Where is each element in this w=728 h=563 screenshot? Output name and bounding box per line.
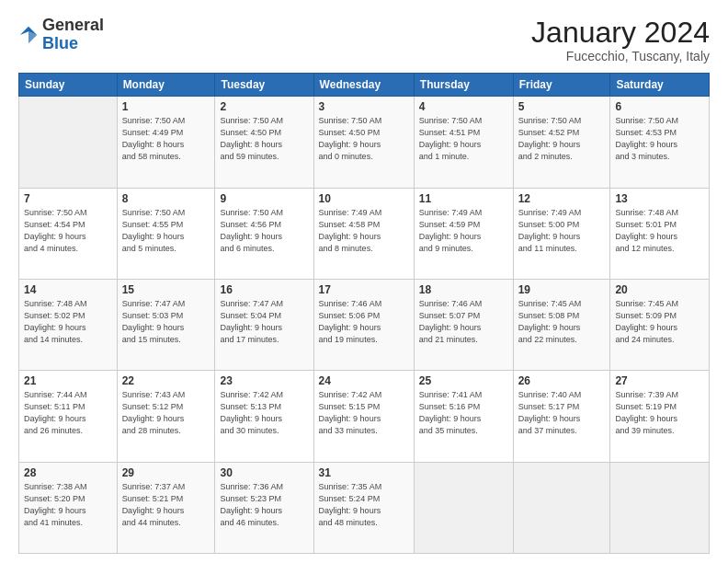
logo-icon	[18, 25, 39, 45]
day-info: Sunrise: 7:47 AMSunset: 5:04 PMDaylight:…	[220, 298, 308, 346]
day-info: Sunrise: 7:39 AMSunset: 5:19 PMDaylight:…	[615, 389, 704, 437]
logo-text: General Blue	[42, 17, 104, 53]
day-header-tuesday: Tuesday	[215, 74, 313, 97]
day-number: 26	[518, 374, 606, 387]
day-number: 11	[419, 192, 508, 205]
calendar-cell: 20Sunrise: 7:45 AMSunset: 5:09 PMDayligh…	[610, 279, 710, 370]
day-info: Sunrise: 7:42 AMSunset: 5:15 PMDaylight:…	[319, 389, 409, 437]
day-header-wednesday: Wednesday	[313, 74, 414, 97]
week-row-4: 28Sunrise: 7:38 AMSunset: 5:20 PMDayligh…	[19, 462, 710, 553]
day-info: Sunrise: 7:45 AMSunset: 5:09 PMDaylight:…	[615, 298, 704, 346]
logo: General Blue	[18, 17, 104, 53]
day-number: 24	[319, 374, 409, 387]
title-area: January 2024 Fucecchio, Tuscany, Italy	[531, 17, 710, 63]
calendar-cell: 27Sunrise: 7:39 AMSunset: 5:19 PMDayligh…	[610, 371, 710, 462]
day-number: 27	[615, 374, 704, 387]
logo-general: General	[42, 16, 104, 34]
calendar-cell: 31Sunrise: 7:35 AMSunset: 5:24 PMDayligh…	[313, 462, 414, 553]
day-info: Sunrise: 7:50 AMSunset: 4:49 PMDaylight:…	[122, 115, 210, 163]
day-number: 3	[319, 100, 409, 113]
calendar-cell	[513, 462, 610, 553]
day-info: Sunrise: 7:38 AMSunset: 5:20 PMDaylight:…	[24, 481, 112, 529]
week-row-2: 14Sunrise: 7:48 AMSunset: 5:02 PMDayligh…	[19, 279, 710, 370]
day-number: 10	[319, 192, 409, 205]
day-info: Sunrise: 7:50 AMSunset: 4:50 PMDaylight:…	[319, 115, 409, 163]
day-number: 20	[615, 283, 704, 296]
day-info: Sunrise: 7:45 AMSunset: 5:08 PMDaylight:…	[518, 298, 606, 346]
day-info: Sunrise: 7:48 AMSunset: 5:01 PMDaylight:…	[615, 207, 704, 255]
day-number: 31	[319, 466, 409, 479]
day-info: Sunrise: 7:50 AMSunset: 4:50 PMDaylight:…	[220, 115, 308, 163]
calendar-cell	[414, 462, 513, 553]
day-number: 7	[24, 192, 112, 205]
calendar-cell: 2Sunrise: 7:50 AMSunset: 4:50 PMDaylight…	[215, 97, 313, 188]
day-number: 2	[220, 100, 308, 113]
day-number: 30	[220, 466, 308, 479]
day-number: 16	[220, 283, 308, 296]
calendar-cell: 18Sunrise: 7:46 AMSunset: 5:07 PMDayligh…	[414, 279, 513, 370]
day-number: 14	[24, 283, 112, 296]
day-info: Sunrise: 7:50 AMSunset: 4:52 PMDaylight:…	[518, 115, 606, 163]
logo-blue: Blue	[42, 34, 78, 52]
day-number: 23	[220, 374, 308, 387]
day-info: Sunrise: 7:47 AMSunset: 5:03 PMDaylight:…	[122, 298, 210, 346]
day-info: Sunrise: 7:43 AMSunset: 5:12 PMDaylight:…	[122, 389, 210, 437]
day-number: 6	[615, 100, 704, 113]
day-info: Sunrise: 7:36 AMSunset: 5:23 PMDaylight:…	[220, 481, 308, 529]
day-header-thursday: Thursday	[414, 74, 513, 97]
calendar-cell: 6Sunrise: 7:50 AMSunset: 4:53 PMDaylight…	[610, 97, 710, 188]
day-info: Sunrise: 7:49 AMSunset: 5:00 PMDaylight:…	[518, 207, 606, 255]
day-info: Sunrise: 7:50 AMSunset: 4:51 PMDaylight:…	[419, 115, 508, 163]
day-number: 22	[122, 374, 210, 387]
day-info: Sunrise: 7:37 AMSunset: 5:21 PMDaylight:…	[122, 481, 210, 529]
day-number: 4	[419, 100, 508, 113]
calendar-cell: 7Sunrise: 7:50 AMSunset: 4:54 PMDaylight…	[19, 188, 118, 279]
day-number: 13	[615, 192, 704, 205]
month-year-title: January 2024	[531, 17, 710, 49]
day-header-monday: Monday	[117, 74, 215, 97]
calendar-cell: 23Sunrise: 7:42 AMSunset: 5:13 PMDayligh…	[215, 371, 313, 462]
calendar-cell	[19, 97, 118, 188]
day-info: Sunrise: 7:35 AMSunset: 5:24 PMDaylight:…	[319, 481, 409, 529]
calendar-header-row: SundayMondayTuesdayWednesdayThursdayFrid…	[19, 74, 710, 97]
location-subtitle: Fucecchio, Tuscany, Italy	[531, 49, 710, 63]
day-info: Sunrise: 7:50 AMSunset: 4:56 PMDaylight:…	[220, 207, 308, 255]
day-header-friday: Friday	[513, 74, 610, 97]
calendar-cell: 4Sunrise: 7:50 AMSunset: 4:51 PMDaylight…	[414, 97, 513, 188]
day-number: 15	[122, 283, 210, 296]
day-header-saturday: Saturday	[610, 74, 710, 97]
calendar-cell: 1Sunrise: 7:50 AMSunset: 4:49 PMDaylight…	[117, 97, 215, 188]
day-info: Sunrise: 7:46 AMSunset: 5:07 PMDaylight:…	[419, 298, 508, 346]
header: General Blue January 2024 Fucecchio, Tus…	[18, 17, 710, 63]
calendar-cell: 10Sunrise: 7:49 AMSunset: 4:58 PMDayligh…	[313, 188, 414, 279]
calendar-cell: 28Sunrise: 7:38 AMSunset: 5:20 PMDayligh…	[19, 462, 118, 553]
day-info: Sunrise: 7:40 AMSunset: 5:17 PMDaylight:…	[518, 389, 606, 437]
day-info: Sunrise: 7:50 AMSunset: 4:55 PMDaylight:…	[122, 207, 210, 255]
day-number: 19	[518, 283, 606, 296]
calendar-cell	[610, 462, 710, 553]
day-info: Sunrise: 7:46 AMSunset: 5:06 PMDaylight:…	[319, 298, 409, 346]
calendar-cell: 24Sunrise: 7:42 AMSunset: 5:15 PMDayligh…	[313, 371, 414, 462]
day-number: 18	[419, 283, 508, 296]
day-info: Sunrise: 7:49 AMSunset: 4:58 PMDaylight:…	[319, 207, 409, 255]
svg-marker-1	[28, 31, 37, 43]
calendar-cell: 5Sunrise: 7:50 AMSunset: 4:52 PMDaylight…	[513, 97, 610, 188]
week-row-1: 7Sunrise: 7:50 AMSunset: 4:54 PMDaylight…	[19, 188, 710, 279]
calendar-cell: 12Sunrise: 7:49 AMSunset: 5:00 PMDayligh…	[513, 188, 610, 279]
day-number: 5	[518, 100, 606, 113]
calendar-cell: 11Sunrise: 7:49 AMSunset: 4:59 PMDayligh…	[414, 188, 513, 279]
day-number: 25	[419, 374, 508, 387]
calendar-cell: 21Sunrise: 7:44 AMSunset: 5:11 PMDayligh…	[19, 371, 118, 462]
calendar-cell: 3Sunrise: 7:50 AMSunset: 4:50 PMDaylight…	[313, 97, 414, 188]
day-number: 29	[122, 466, 210, 479]
calendar-cell: 15Sunrise: 7:47 AMSunset: 5:03 PMDayligh…	[117, 279, 215, 370]
day-number: 21	[24, 374, 112, 387]
calendar-cell: 14Sunrise: 7:48 AMSunset: 5:02 PMDayligh…	[19, 279, 118, 370]
calendar-cell: 16Sunrise: 7:47 AMSunset: 5:04 PMDayligh…	[215, 279, 313, 370]
calendar-cell: 19Sunrise: 7:45 AMSunset: 5:08 PMDayligh…	[513, 279, 610, 370]
day-number: 9	[220, 192, 308, 205]
day-number: 12	[518, 192, 606, 205]
calendar-cell: 9Sunrise: 7:50 AMSunset: 4:56 PMDaylight…	[215, 188, 313, 279]
week-row-0: 1Sunrise: 7:50 AMSunset: 4:49 PMDaylight…	[19, 97, 710, 188]
calendar-cell: 22Sunrise: 7:43 AMSunset: 5:12 PMDayligh…	[117, 371, 215, 462]
